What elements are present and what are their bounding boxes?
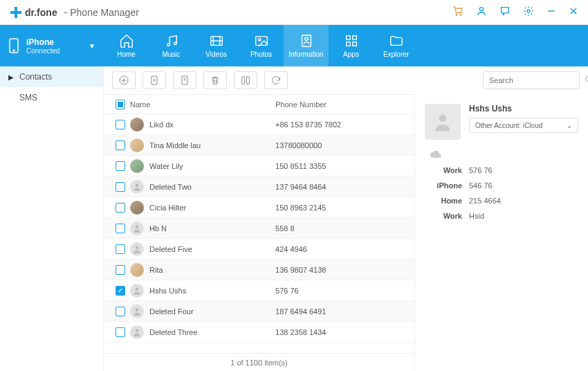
toolbar xyxy=(104,66,588,94)
table-row[interactable]: Hb N558 8 xyxy=(104,218,414,239)
svg-rect-23 xyxy=(346,42,350,46)
table-row[interactable]: Hshs Ushs576 76 xyxy=(104,280,414,301)
tab-explorer[interactable]: Explorer xyxy=(374,25,419,66)
delete-button[interactable] xyxy=(203,71,227,89)
transfer-button[interactable] xyxy=(234,71,257,89)
device-selector[interactable]: iPhone Connected ▼ xyxy=(0,25,104,66)
row-checkbox[interactable] xyxy=(116,203,125,212)
row-checkbox[interactable] xyxy=(116,265,125,275)
row-checkbox[interactable] xyxy=(116,286,125,296)
col-header-phone[interactable]: Phone Number xyxy=(275,100,407,109)
contact-name: Likd dx xyxy=(149,120,174,129)
svg-point-3 xyxy=(460,14,461,15)
avatar xyxy=(130,118,144,132)
svg-point-32 xyxy=(586,76,589,81)
avatar xyxy=(130,159,144,173)
row-checkbox[interactable] xyxy=(116,141,125,150)
detail-field: WorkHsid xyxy=(425,212,578,220)
contact-phone: 136 9807 4138 xyxy=(275,266,407,274)
tab-apps[interactable]: Apps xyxy=(329,25,374,66)
table-row[interactable]: Rita136 9807 4138 xyxy=(104,260,414,280)
contact-phone: 150 8511 3355 xyxy=(275,162,407,170)
row-checkbox[interactable] xyxy=(116,224,125,233)
close-icon[interactable] xyxy=(569,6,578,18)
tab-videos[interactable]: Videos xyxy=(194,25,239,66)
svg-point-11 xyxy=(167,44,169,46)
table-row[interactable]: Deleted Four187 6494 6491 xyxy=(104,301,414,322)
export-button[interactable] xyxy=(173,71,196,89)
account-select[interactable]: Other Account: iCloud ⌄ xyxy=(469,118,578,133)
minimize-icon[interactable] xyxy=(546,6,556,18)
row-checkbox[interactable] xyxy=(116,120,125,129)
row-checkbox[interactable] xyxy=(116,244,125,254)
detail-field: Home215 4664 xyxy=(425,197,578,205)
tab-music[interactable]: Music xyxy=(149,25,194,66)
col-header-name[interactable]: Name xyxy=(130,100,275,109)
detail-field: iPhone546 76 xyxy=(425,181,578,190)
detail-name: Hshs Ushs xyxy=(469,104,578,114)
svg-rect-21 xyxy=(346,36,350,40)
field-value: Hsid xyxy=(469,212,484,220)
svg-rect-24 xyxy=(352,42,356,46)
search-box[interactable] xyxy=(483,71,580,89)
contact-phone: 187 6494 6491 xyxy=(275,307,407,316)
user-icon[interactable] xyxy=(476,6,487,19)
contact-name: Tina Middle lau xyxy=(149,141,201,150)
contact-phone: +86 153 8735 7802 xyxy=(275,120,407,129)
avatar xyxy=(130,284,144,298)
tab-information[interactable]: Information xyxy=(284,25,329,66)
contact-name: Deleted Four xyxy=(149,307,194,316)
tab-photos[interactable]: Photos xyxy=(239,25,284,66)
avatar xyxy=(130,138,144,152)
svg-point-34 xyxy=(136,183,139,187)
contact-name: Cicia Hilter xyxy=(149,203,186,212)
table-row[interactable]: Tina Middle lau13780080000 xyxy=(104,135,414,156)
refresh-button[interactable] xyxy=(264,71,288,89)
sidebar-item-sms[interactable]: ▶ SMS xyxy=(0,87,103,108)
settings-icon[interactable] xyxy=(523,6,534,19)
svg-rect-22 xyxy=(352,36,356,40)
field-value: 215 4664 xyxy=(469,197,501,205)
avatar xyxy=(130,201,144,215)
table-row[interactable]: Water Lily150 8511 3355 xyxy=(104,156,414,177)
contact-phone: 576 76 xyxy=(275,287,407,295)
avatar xyxy=(130,263,144,277)
svg-point-10 xyxy=(13,50,15,51)
table-body[interactable]: Likd dx+86 153 8735 7802Tina Middle lau1… xyxy=(104,114,414,353)
row-checkbox[interactable] xyxy=(116,182,125,192)
row-checkbox[interactable] xyxy=(116,327,125,337)
contact-phone: 137 9464 8464 xyxy=(275,183,407,191)
svg-point-12 xyxy=(174,42,176,45)
search-icon xyxy=(585,75,588,86)
detail-pane: Hshs Ushs Other Account: iCloud ⌄ Work57… xyxy=(415,94,588,371)
import-button[interactable] xyxy=(143,71,166,89)
avatar xyxy=(130,242,144,256)
row-checkbox[interactable] xyxy=(116,161,125,171)
table-footer: 1 of 1100 item(s) xyxy=(104,353,414,371)
chevron-down-icon: ⌄ xyxy=(567,122,572,129)
contact-phone: 424 4946 xyxy=(275,245,407,253)
caret-right-icon: ▶ xyxy=(8,73,14,81)
brand-text: dr.fone xyxy=(25,7,57,18)
svg-rect-1 xyxy=(10,11,21,14)
table-row[interactable]: Likd dx+86 153 8735 7802 xyxy=(104,114,414,135)
contact-name: Deleted Two xyxy=(149,183,192,191)
select-all-checkbox[interactable] xyxy=(116,100,125,109)
feedback-icon[interactable] xyxy=(499,6,511,19)
table-row[interactable]: Deleted Five424 4946 xyxy=(104,239,414,260)
add-button[interactable] xyxy=(112,71,136,89)
svg-rect-31 xyxy=(246,77,249,84)
tab-home[interactable]: Home xyxy=(104,25,149,66)
row-checkbox[interactable] xyxy=(116,307,125,316)
table-row[interactable]: Deleted Three138 2358 1434 xyxy=(104,322,414,343)
nav-tabs: Home Music Videos Photos Information App… xyxy=(104,25,419,66)
table-row[interactable]: Deleted Two137 9464 8464 xyxy=(104,177,414,197)
cart-icon[interactable] xyxy=(452,6,463,19)
nav-bar: iPhone Connected ▼ Home Music Videos Pho… xyxy=(0,25,588,66)
search-input[interactable] xyxy=(489,76,585,84)
sidebar-item-contacts[interactable]: ▶ Contacts xyxy=(0,66,103,87)
table-row[interactable]: Cicia Hilter150 8963 2145 xyxy=(104,197,414,218)
app-logo: dr.fone - Phone Manager xyxy=(10,6,139,19)
svg-point-5 xyxy=(527,10,530,12)
contact-phone: 13780080000 xyxy=(275,141,407,150)
